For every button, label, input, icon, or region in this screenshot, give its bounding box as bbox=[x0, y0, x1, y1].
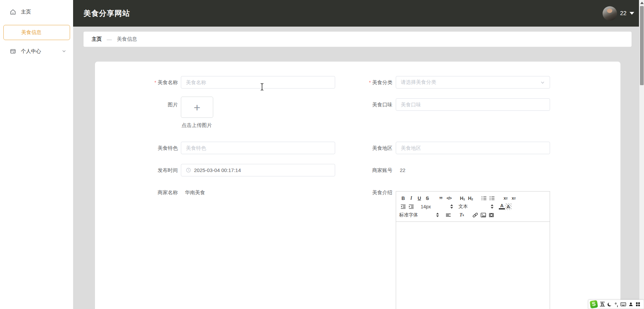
editor-toolbar: B I U S ” </> H1 H2 bbox=[396, 192, 550, 222]
editor-content-area[interactable] bbox=[396, 222, 550, 309]
sidebar-item-label: 个人中心 bbox=[21, 48, 41, 55]
bullet-list-button[interactable] bbox=[488, 194, 496, 202]
sidebar: 主页 美食信息 个人中心 bbox=[0, 0, 73, 309]
caret-down-icon bbox=[630, 12, 634, 15]
merchant-name-label: 商家名称 bbox=[95, 186, 178, 199]
chevron-down-icon bbox=[62, 48, 66, 54]
food-taste-input[interactable] bbox=[396, 98, 550, 111]
text-style-picker[interactable]: 文本 bbox=[458, 204, 493, 210]
bold-button[interactable]: B bbox=[399, 194, 407, 202]
food-intro-editor: B I U S ” </> H1 H2 bbox=[396, 191, 550, 309]
select-placeholder: 请选择美食分类 bbox=[401, 79, 540, 85]
scrollbar-thumb[interactable] bbox=[640, 6, 644, 85]
header1-button[interactable]: H1 bbox=[458, 194, 466, 202]
required-mark: * bbox=[155, 80, 156, 85]
spinner-icon bbox=[450, 204, 453, 209]
ordered-list-button[interactable] bbox=[480, 194, 488, 202]
home-icon bbox=[9, 9, 16, 15]
underline-button[interactable]: U bbox=[415, 194, 423, 202]
text-style-value: 文本 bbox=[458, 204, 491, 210]
italic-button[interactable]: I bbox=[407, 194, 415, 202]
sidebar-item-label: 美食信息 bbox=[21, 29, 41, 36]
video-button[interactable] bbox=[487, 211, 495, 219]
chevron-down-icon bbox=[540, 80, 545, 85]
strikethrough-button[interactable]: S bbox=[423, 194, 431, 202]
breadcrumb: 主页 — 美食信息 bbox=[84, 32, 632, 47]
food-category-label: *美食分类 bbox=[297, 76, 392, 89]
sidebar-item-home[interactable]: 主页 bbox=[3, 4, 70, 20]
food-taste-label: 美食口味 bbox=[297, 98, 392, 111]
font-size-picker[interactable]: 14px bbox=[421, 204, 453, 209]
merchant-account-value: 22 bbox=[400, 164, 406, 176]
header: 美食分享网站 22 bbox=[73, 0, 639, 27]
subscript-button[interactable]: x2 bbox=[502, 194, 510, 202]
image-upload-box[interactable]: + bbox=[181, 97, 213, 118]
scroll-up-arrow[interactable] bbox=[640, 2, 644, 4]
user-menu[interactable]: 22 bbox=[603, 6, 634, 21]
breadcrumb-current: 美食信息 bbox=[117, 36, 137, 42]
clock-icon bbox=[186, 168, 191, 173]
moon-icon[interactable] bbox=[607, 302, 612, 307]
ime-mode-wubi[interactable]: 五 bbox=[600, 301, 605, 308]
plus-icon: + bbox=[194, 102, 200, 113]
indent-button[interactable] bbox=[407, 203, 415, 211]
card-icon bbox=[9, 48, 16, 55]
sidebar-item-label: 主页 bbox=[21, 9, 31, 15]
food-region-label: 美食地区 bbox=[297, 142, 392, 154]
upload-hint: 点击上传图片 bbox=[182, 122, 212, 129]
publish-time-label: 发布时间 bbox=[95, 164, 178, 176]
font-family-value: 标准字体 bbox=[399, 212, 436, 218]
ime-logo-icon[interactable]: S bbox=[590, 300, 598, 309]
breadcrumb-separator: — bbox=[107, 36, 112, 42]
clean-format-button[interactable]: Tx bbox=[458, 211, 466, 219]
required-mark: * bbox=[369, 80, 371, 85]
image-label: 图片 bbox=[95, 98, 178, 111]
ime-toolbar: S 五 °, bbox=[588, 300, 644, 309]
username: 22 bbox=[620, 10, 626, 17]
font-size-value: 14px bbox=[421, 204, 450, 209]
food-name-label: *美食名称 bbox=[95, 76, 178, 89]
blockquote-button[interactable]: ” bbox=[437, 194, 445, 202]
publish-time-value: 2025-03-04 00:17:14 bbox=[194, 167, 241, 173]
avatar bbox=[603, 6, 617, 21]
breadcrumb-home[interactable]: 主页 bbox=[92, 36, 102, 42]
app-title: 美食分享网站 bbox=[84, 8, 130, 19]
link-button[interactable] bbox=[471, 211, 479, 219]
user-icon[interactable] bbox=[629, 302, 633, 307]
superscript-button[interactable]: x2 bbox=[510, 194, 518, 202]
merchant-account-label: 商家账号 bbox=[297, 164, 392, 176]
form-card: *美食名称 *美食分类 请选择美食分类 图片 + 点击上传图片 美食口味 bbox=[95, 62, 620, 309]
grid-icon bbox=[10, 29, 17, 36]
ime-menu-grid-icon[interactable] bbox=[636, 302, 640, 307]
outdent-button[interactable] bbox=[399, 203, 407, 211]
code-block-button[interactable]: </> bbox=[445, 194, 453, 202]
align-button[interactable] bbox=[444, 211, 452, 219]
main-content: 主页 — 美食信息 *美食名称 *美食分类 请选择美食分类 图片 + bbox=[73, 27, 639, 309]
image-button[interactable] bbox=[479, 211, 487, 219]
keyboard-icon[interactable] bbox=[620, 302, 626, 307]
food-feature-label: 美食特色 bbox=[95, 142, 178, 154]
merchant-name-value: 华南美食 bbox=[185, 186, 205, 199]
background-color-button[interactable]: A bbox=[505, 203, 512, 210]
font-family-picker[interactable]: 标准字体 bbox=[399, 212, 439, 218]
page: 主页 美食信息 个人中心 美食分享网站 22 主 bbox=[0, 0, 644, 309]
text-color-button[interactable]: A bbox=[499, 203, 505, 209]
ime-punct-mode[interactable]: °, bbox=[615, 302, 618, 307]
scrollbar[interactable] bbox=[639, 0, 644, 309]
header2-button[interactable]: H2 bbox=[466, 194, 475, 202]
sidebar-item-personal-center[interactable]: 个人中心 bbox=[3, 44, 70, 59]
food-category-select[interactable]: 请选择美食分类 bbox=[396, 76, 550, 89]
food-region-input[interactable] bbox=[396, 142, 550, 154]
food-intro-label: 美食介绍 bbox=[297, 186, 392, 199]
spinner-icon bbox=[436, 213, 439, 217]
spinner-icon bbox=[491, 204, 493, 209]
sidebar-item-food-info[interactable]: 美食信息 bbox=[3, 25, 70, 40]
